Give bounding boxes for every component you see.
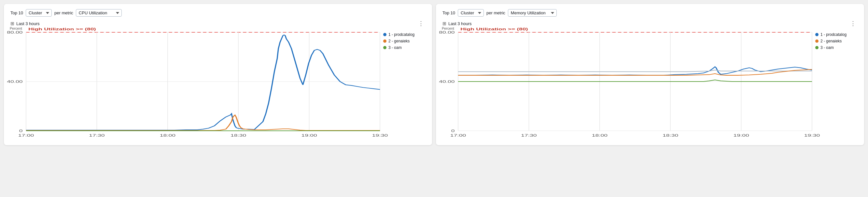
memory-panel-header: Top 10 Cluster Service Task per metric C… [442,9,858,17]
svg-text:19:30: 19:30 [804,133,820,137]
svg-text:17:00: 17:00 [450,133,466,137]
memory-y-axis-label: Percent [442,26,454,30]
memory-legend-dot-3 [815,46,818,49]
cpu-metric-select[interactable]: CPU Utilization Memory Utilization [76,9,122,17]
cpu-time-range-label: Last 3 hours [16,21,40,26]
memory-legend-label-1: 1 - prodcatalog [820,32,846,37]
memory-chart-area: Percent High Utilization >= (80) 80.00 4… [442,29,858,140]
memory-chart-inner: High Utilization >= (80) 80.00 40.00 0 1… [458,32,812,131]
cpu-legend-item-3: 3 - oam [383,45,426,50]
svg-text:18:30: 18:30 [662,133,679,137]
cpu-legend-dot-1 [383,33,386,36]
svg-text:80.00: 80.00 [439,30,455,34]
cpu-legend-dot-3 [383,46,386,49]
memory-green-line [458,80,812,82]
cpu-legend-label-1: 1 - prodcatalog [389,32,414,37]
cpu-blue-line [26,35,380,130]
memory-chart-svg: High Utilization >= (80) 80.00 40.00 0 1… [458,32,812,131]
top-n-label: Top 10 [10,10,23,15]
memory-orange-line [458,69,812,75]
memory-subheader: ⊞ Last 3 hours ⋮ [442,20,858,27]
memory-panel: Top 10 Cluster Service Task per metric C… [436,4,864,145]
svg-text:19:30: 19:30 [372,133,388,137]
svg-text:40.00: 40.00 [7,80,23,84]
memory-legend-item-2: 2 - genaieks [815,39,858,44]
svg-text:19:00: 19:00 [733,133,749,137]
memory-time-range: ⊞ Last 3 hours [442,21,472,26]
cpu-orange-line [26,115,380,131]
svg-text:17:30: 17:30 [89,133,105,137]
svg-text:18:00: 18:00 [592,133,608,137]
svg-text:40.00: 40.00 [439,80,455,84]
svg-text:18:30: 18:30 [230,133,246,137]
cpu-panel: Top 10 Cluster Service Task per metric C… [4,4,432,145]
memory-per-metric-label: per metric [487,10,505,15]
memory-group-by-select[interactable]: Cluster Service Task [458,9,484,17]
svg-text:18:00: 18:00 [160,133,176,137]
cpu-legend: 1 - prodcatalog 2 - genaieks 3 - oam [383,32,426,50]
memory-legend-dot-2 [815,39,818,43]
cpu-panel-header: Top 10 Cluster Service Task per metric C… [10,9,426,17]
memory-legend-dot-1 [815,33,818,36]
memory-top-n-label: Top 10 [442,10,455,15]
svg-text:0: 0 [19,129,23,133]
svg-text:High Utilization >= (80): High Utilization >= (80) [28,27,96,31]
memory-legend-item-1: 1 - prodcatalog [815,32,858,37]
svg-text:19:00: 19:00 [301,133,317,137]
svg-text:17:00: 17:00 [18,133,34,137]
cpu-chart-svg: High Utilization >= (80) 80.00 40.00 0 1… [26,32,380,131]
cpu-legend-dot-2 [383,39,386,43]
calendar-icon: ⊞ [10,21,14,26]
memory-legend-label-2: 2 - genaieks [820,39,842,44]
cpu-y-axis-label: Percent [10,26,22,30]
svg-text:17:30: 17:30 [521,133,537,137]
svg-text:High Utilization >= (80): High Utilization >= (80) [460,27,528,31]
cpu-chart-inner: High Utilization >= (80) 80.00 40.00 0 1… [26,32,380,131]
memory-metric-select[interactable]: CPU Utilization Memory Utilization [508,9,557,17]
cpu-legend-label-2: 2 - genaieks [389,39,410,44]
cpu-legend-item-1: 1 - prodcatalog [383,32,426,37]
memory-legend-label-3: 3 - oam [820,45,834,50]
cpu-more-options-button[interactable]: ⋮ [417,20,426,27]
svg-text:80.00: 80.00 [7,30,23,34]
memory-legend: 1 - prodcatalog 2 - genaieks 3 - oam [815,32,858,50]
memory-more-options-button[interactable]: ⋮ [849,20,858,27]
cpu-legend-item-2: 2 - genaieks [383,39,426,44]
memory-calendar-icon: ⊞ [442,21,446,26]
cpu-time-range: ⊞ Last 3 hours [10,21,40,26]
cpu-legend-label-3: 3 - oam [389,45,402,50]
memory-time-range-label: Last 3 hours [448,21,472,26]
cpu-chart-area: Percent High Utilization >= (80) 80.00 4… [10,29,426,140]
cpu-group-by-select[interactable]: Cluster Service Task [26,9,52,17]
per-metric-label: per metric [54,10,73,15]
svg-text:0: 0 [451,129,455,133]
cpu-subheader: ⊞ Last 3 hours ⋮ [10,20,426,27]
memory-legend-item-3: 3 - oam [815,45,858,50]
